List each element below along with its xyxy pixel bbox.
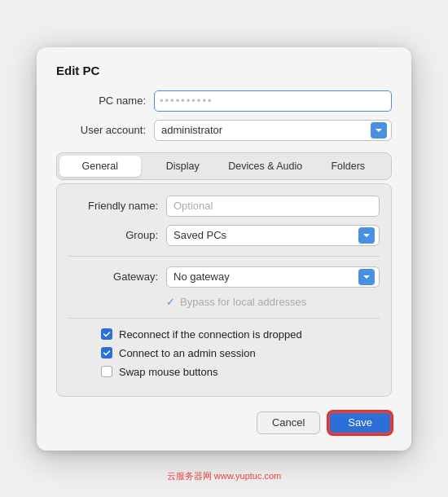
swap-label: Swap mouse buttons [119, 366, 217, 378]
bypass-checkmark: ✓ [166, 296, 175, 308]
gateway-row: Gateway: No gateway [68, 266, 380, 288]
divider-2 [68, 318, 380, 319]
bypass-label: Bypass for local addresses [180, 296, 306, 308]
tab-devices-audio[interactable]: Devices & Audio [225, 156, 306, 177]
pc-name-input[interactable] [154, 90, 392, 112]
divider-1 [68, 256, 380, 257]
tab-bar: General Display Devices & Audio Folders [56, 152, 392, 180]
group-label: Group: [68, 229, 158, 241]
dialog-title: Edit PC [56, 64, 392, 77]
cancel-button[interactable]: Cancel [257, 411, 320, 434]
tab-display[interactable]: Display [143, 156, 224, 177]
group-select-wrap: Saved PCs [166, 225, 380, 246]
checkbox-reconnect-row: Reconnect if the connection is dropped [101, 328, 380, 341]
general-tab-content: Friendly name: Group: Saved PCs Gateway:… [56, 183, 392, 397]
group-select[interactable]: Saved PCs [166, 225, 380, 246]
gateway-select-wrap: No gateway [166, 266, 380, 288]
pc-name-row: PC name: [56, 90, 392, 112]
bypass-row: ✓ Bypass for local addresses [166, 296, 380, 308]
edit-pc-dialog: Edit PC PC name: User account: administr… [37, 47, 411, 451]
checkbox-admin-row: Connect to an admin session [101, 347, 380, 359]
friendly-name-row: Friendly name: [68, 196, 380, 217]
reconnect-checkbox[interactable] [101, 328, 112, 340]
gateway-select[interactable]: No gateway [166, 266, 380, 288]
user-account-label: User account: [56, 124, 146, 136]
user-account-select-wrap: administrator [154, 120, 392, 141]
friendly-name-input[interactable] [166, 196, 380, 217]
tab-general[interactable]: General [59, 156, 141, 177]
admin-checkbox[interactable] [101, 347, 112, 358]
user-account-row: User account: administrator [56, 120, 392, 141]
friendly-name-label: Friendly name: [68, 200, 158, 212]
swap-checkbox[interactable] [101, 366, 112, 377]
group-row: Group: Saved PCs [68, 225, 380, 246]
admin-label: Connect to an admin session [119, 347, 256, 359]
pc-name-label: PC name: [56, 95, 146, 107]
reconnect-label: Reconnect if the connection is dropped [119, 328, 302, 341]
user-account-select[interactable]: administrator [154, 120, 392, 141]
watermark: 云服务器网 www.yuptuc.com [167, 470, 282, 482]
dialog-footer: Cancel Save [56, 411, 392, 434]
gateway-label: Gateway: [68, 270, 158, 283]
tab-folders[interactable]: Folders [308, 156, 389, 177]
save-button[interactable]: Save [328, 411, 392, 434]
checkbox-swap-row: Swap mouse buttons [101, 366, 380, 378]
